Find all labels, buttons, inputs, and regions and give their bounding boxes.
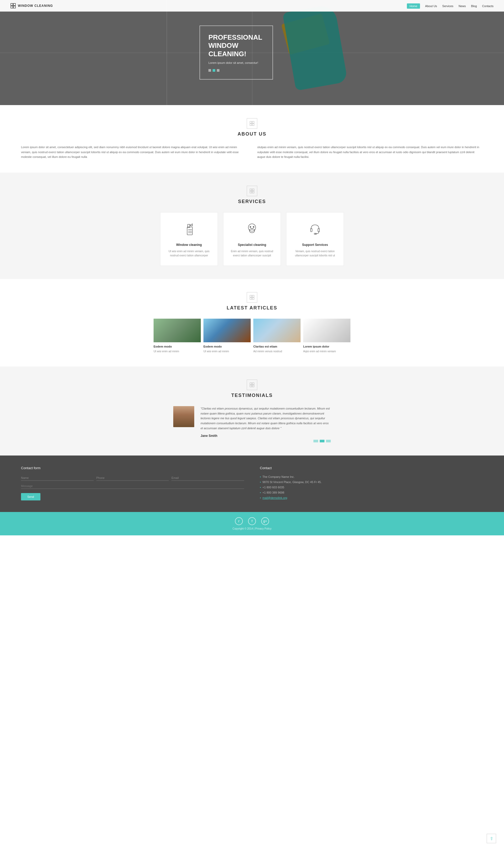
svg-rect-21 <box>311 228 312 232</box>
svg-rect-25 <box>252 295 254 297</box>
testimonial-dots <box>201 440 331 442</box>
about-section-icon <box>247 118 257 129</box>
article-card-1[interactable]: Eodem modo Ut wisi enim ad minim <box>154 319 201 353</box>
nav-item-home[interactable]: Home <box>407 3 420 8</box>
about-content: Lorem ipsum dolor sit amet, consectetuer… <box>21 145 483 160</box>
svg-rect-2 <box>11 6 13 8</box>
nav-item-about[interactable]: About Us <box>425 3 437 8</box>
contact-form-row-1 <box>21 475 244 481</box>
svg-rect-0 <box>11 3 13 5</box>
nav-item-news[interactable]: News <box>459 3 466 8</box>
brand: WINDOW CLEANING <box>11 3 53 9</box>
article-desc-2: Ut wisi enim ad minim <box>203 349 251 353</box>
facebook-icon[interactable]: f <box>248 517 256 525</box>
svg-rect-9 <box>252 189 254 191</box>
testimonials-section-icon <box>247 380 257 390</box>
article-image-4 <box>303 319 350 342</box>
hero-title: PROFESSIONAL WINDOW CLEANING! <box>208 33 264 58</box>
svg-point-20 <box>253 226 254 227</box>
services-section-icon <box>247 186 257 196</box>
svg-rect-6 <box>250 124 252 125</box>
service-title-1: Window cleaning <box>166 243 212 247</box>
svg-point-19 <box>250 226 251 227</box>
testimonial-dot-3[interactable] <box>326 440 331 442</box>
face-mask-icon <box>244 221 260 239</box>
headset-icon <box>307 221 323 239</box>
svg-rect-26 <box>250 298 252 300</box>
article-card-2[interactable]: Eodem modo Ut wisi enim ad minim <box>203 319 251 353</box>
service-card-3: Support Services Veniam, quis nostrud ex… <box>286 212 344 266</box>
articles-grid: Eodem modo Ut wisi enim ad minim Eodem m… <box>21 319 483 353</box>
logo-icon <box>11 3 16 9</box>
svg-rect-31 <box>252 385 254 387</box>
contact-email[interactable]: mail@demolink.org <box>260 496 483 499</box>
svg-rect-28 <box>250 383 252 385</box>
twitter-icon[interactable]: 𝕣 <box>235 517 243 525</box>
service-desc-2: Enim ad minim veniam, quis nostrud exerc… <box>229 249 275 258</box>
phone-input[interactable] <box>96 475 169 481</box>
hero-dot-1[interactable] <box>208 69 211 72</box>
hero-dot-3[interactable] <box>217 69 219 72</box>
contact-address: 9870 St Vincent Place, Glasgow, DC 45 Fr… <box>260 481 483 484</box>
service-title-3: Support Services <box>292 243 338 247</box>
about-section: ABOUT US Lorem ipsum dolor sit amet, con… <box>0 105 504 172</box>
contact-phone-2: +1 800 389 9698 <box>260 491 483 494</box>
article-card-4[interactable]: Lorem ipsum dolor Aqisi enim ad minim ve… <box>303 319 350 353</box>
testimonials-section: TESTIMONIALS "Claritas est etiam process… <box>0 366 504 455</box>
spray-bottle-icon <box>181 221 197 239</box>
service-title-2: Specialist cleaning <box>229 243 275 247</box>
hero-dot-2[interactable] <box>212 69 215 72</box>
testimonial-body: "Claritas est etiam processus dynamicus,… <box>201 406 331 442</box>
name-input[interactable] <box>21 475 94 481</box>
article-image-1 <box>154 319 201 342</box>
svg-rect-11 <box>252 191 254 193</box>
svg-rect-30 <box>250 385 252 387</box>
brand-name: WINDOW CLEANING <box>18 4 53 7</box>
service-card-2: Specialist cleaning Enim ad minim veniam… <box>223 212 281 266</box>
contact-info-title: Contact <box>260 466 483 470</box>
service-card-1: Window cleaning Ut wisi enim ad minim ve… <box>160 212 218 266</box>
svg-rect-5 <box>252 121 254 123</box>
articles-section: LATEST ARTICLES Eodem modo Ut wisi enim … <box>0 279 504 366</box>
hero-dots <box>208 69 264 72</box>
nav-item-contacts[interactable]: Contacts <box>482 3 493 8</box>
about-col-2: olutpas enim ad minim veniam, quis nostr… <box>257 145 483 160</box>
svg-rect-10 <box>250 191 252 193</box>
google-plus-icon[interactable]: g+ <box>261 517 269 525</box>
nav-item-services[interactable]: Services <box>442 3 453 8</box>
hero-subtitle: Lorem ipsum dolor sit amet, consectur! <box>208 61 264 64</box>
services-title: SERVICES <box>21 199 483 205</box>
svg-rect-8 <box>250 189 252 191</box>
avatar-face <box>173 406 194 427</box>
about-title: ABOUT US <box>21 131 483 137</box>
navigation: WINDOW CLEANING Home About Us Services N… <box>0 0 504 12</box>
svg-rect-29 <box>252 383 254 385</box>
testimonials-title: TESTIMONIALS <box>21 393 483 398</box>
article-title-1: Eodem modo <box>154 345 201 348</box>
article-card-3[interactable]: Claritas est etiam Ad minim venuis nostr… <box>253 319 301 353</box>
social-footer: 𝕣 f g+ Copyright © 2014 | Privacy Policy <box>0 512 504 536</box>
contact-company: The Company Name Inc. <box>260 475 483 478</box>
svg-rect-1 <box>13 3 15 5</box>
article-title-4: Lorem ipsum dolor <box>303 345 350 348</box>
nav-item-blog[interactable]: Blog <box>471 3 477 8</box>
copyright: Copyright © 2014 | Privacy Policy <box>5 527 499 530</box>
footer-contact: Contact form Send Contact The Company Na… <box>0 455 504 512</box>
footer-left: Contact form Send <box>21 466 244 501</box>
testimonial-dot-2[interactable] <box>320 440 325 442</box>
services-grid: Window cleaning Ut wisi enim ad minim ve… <box>21 212 483 266</box>
about-col-1: Lorem ipsum dolor sit amet, consectetuer… <box>21 145 247 160</box>
testimonial-dot-1[interactable] <box>313 440 318 442</box>
svg-rect-7 <box>252 124 254 125</box>
message-row <box>21 483 244 489</box>
email-input[interactable] <box>171 475 244 481</box>
svg-rect-24 <box>250 295 252 297</box>
article-desc-4: Aqisi enim ad minim veniam <box>303 349 350 353</box>
svg-rect-27 <box>252 298 254 300</box>
svg-rect-3 <box>13 6 15 8</box>
message-input[interactable] <box>21 483 244 489</box>
send-button[interactable]: Send <box>21 493 41 500</box>
hero-content: PROFESSIONAL WINDOW CLEANING! Lorem ipsu… <box>200 26 273 80</box>
services-section: SERVICES Window cleaning Ut wisi enim ad… <box>0 172 504 279</box>
contact-form-title: Contact form <box>21 466 244 470</box>
